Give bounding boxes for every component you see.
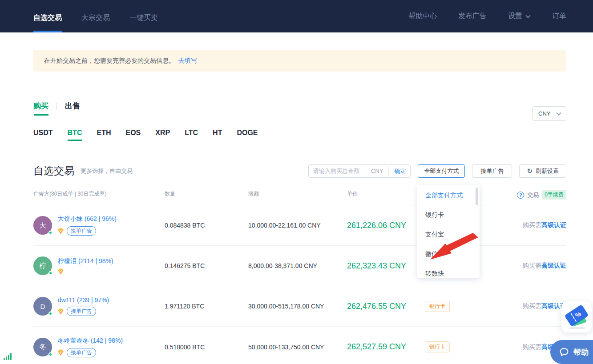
action-prefix: 购买需 <box>523 262 541 269</box>
tab-buy[interactable]: 购买 <box>33 101 48 116</box>
dropdown-option-wechat[interactable]: 微信 <box>417 244 480 264</box>
advertiser-name-link[interactable]: 柠檬泪 (2114 | 98%) <box>58 257 113 265</box>
currency-select[interactable]: CNY <box>532 106 566 121</box>
coin-tab-doge[interactable]: DOGE <box>237 129 258 141</box>
advertiser-name-link[interactable]: dw111 (239 | 97%) <box>58 296 109 304</box>
action-prefix: 购买需 <box>523 302 541 309</box>
settings-label: 设置 <box>508 12 522 21</box>
verified-icon: V <box>58 349 64 356</box>
currency-value: CNY <box>538 110 550 117</box>
nav-link-post-ad[interactable]: 发布广告 <box>458 12 487 21</box>
coin-tabs: USDT BTC ETH EOS XRP LTC HT DOGE <box>33 129 566 141</box>
help-chat-button[interactable]: 帮助 <box>550 340 593 364</box>
advanced-verification-link[interactable]: 高级认证 <box>541 221 566 228</box>
action-prefix: 购买需 <box>523 343 541 350</box>
coin-tab-ltc[interactable]: LTC <box>185 129 198 141</box>
amount-search-group: CNY 确定 <box>308 164 411 178</box>
coin-tab-btc[interactable]: BTC <box>68 129 82 141</box>
question-icon[interactable]: ? <box>517 192 524 199</box>
col-price: 单价 <box>347 190 425 198</box>
amount-currency-label: CNY <box>371 168 383 174</box>
nav-tab-optional-trade[interactable]: 自选交易 <box>33 13 62 32</box>
avatar-initial: 柠 <box>40 262 46 270</box>
price-cell: 261,226.06 CNY <box>347 221 425 230</box>
verified-icon: V <box>58 308 64 315</box>
confirm-button[interactable]: 确定 <box>388 167 406 175</box>
refresh-settings-button[interactable]: ↻ 刷新设置 <box>519 164 566 178</box>
avatar-initial: D <box>40 303 45 310</box>
limit-cell: 8,000.00-38,371.00 CNY <box>248 262 347 269</box>
amount-cell: 0.084838 BTC <box>165 222 248 229</box>
nav-tab-quick-trade[interactable]: 一键买卖 <box>129 13 158 32</box>
nav-tab-bulk-trade[interactable]: 大宗交易 <box>81 13 110 32</box>
coupon-ticket-icon: % <box>565 304 589 327</box>
help-label: 帮助 <box>573 347 589 357</box>
refresh-label: 刷新设置 <box>536 167 559 175</box>
coin-tab-xrp[interactable]: XRP <box>155 129 170 141</box>
payment-method-tag: 银行卡 <box>425 301 450 312</box>
dropdown-option-fps[interactable]: 转数快 <box>417 264 480 278</box>
avatar[interactable]: D <box>33 297 52 316</box>
dropdown-scrollbar[interactable] <box>476 188 478 205</box>
col-limit: 限额 <box>248 190 347 198</box>
advertiser-name-link[interactable]: 大饼小妹 (662 | 96%) <box>58 215 117 223</box>
filter-bar: CNY 确定 全部支付方式 接单广告 ↻ 刷新设置 <box>308 164 566 178</box>
chevron-down-icon <box>556 112 561 116</box>
page-subtitle: 更多选择，自由交易 <box>81 167 133 175</box>
online-dot <box>48 312 52 316</box>
divider <box>56 103 57 110</box>
accept-ad-pill[interactable]: 接单广告 <box>67 348 96 357</box>
top-nav: 自选交易 大宗交易 一键买卖 帮助中心 发布广告 设置 订单 <box>0 0 593 32</box>
signal-bars-icon <box>4 353 12 360</box>
amount-cell: 1.971120 BTC <box>165 303 248 310</box>
avatar[interactable]: 柠 <box>33 256 52 275</box>
advertiser-name-link[interactable]: 冬咚董咚冬 (142 | 98%) <box>58 337 123 345</box>
nav-link-help-center[interactable]: 帮助中心 <box>408 12 437 21</box>
online-dot <box>48 352 52 356</box>
avatar-initial: 大 <box>40 221 46 230</box>
avatar-initial: 冬 <box>40 343 46 351</box>
coin-tab-eos[interactable]: EOS <box>125 129 141 141</box>
verified-icon: V <box>58 268 64 275</box>
nav-link-orders[interactable]: 订单 <box>552 12 566 21</box>
table-row: D dw111 (239 | 97%) V 接单广告 1.971120 BTC … <box>33 286 566 327</box>
action-cell: 购买需高级认证 <box>523 262 566 270</box>
chat-bubble-icon <box>559 347 569 357</box>
dropdown-option-bank-card[interactable]: 银行卡 <box>417 205 480 224</box>
amount-input[interactable] <box>313 168 370 174</box>
amount-cell: 0.146275 BTC <box>165 262 248 269</box>
accept-ad-pill[interactable]: 接单广告 <box>67 307 96 316</box>
dropdown-option-alipay[interactable]: 支付宝 <box>417 224 480 244</box>
avatar[interactable]: 冬 <box>33 338 52 356</box>
coupon-widget[interactable]: % <box>561 301 592 332</box>
percent-symbol: % <box>574 310 582 319</box>
verified-icon: V <box>58 228 64 234</box>
nav-tabs: 自选交易 大宗交易 一键买卖 <box>33 0 158 32</box>
accept-ads-button[interactable]: 接单广告 <box>472 164 512 178</box>
coin-tab-ht[interactable]: HT <box>213 129 222 141</box>
col-amount: 数量 <box>165 190 248 198</box>
nav-link-settings[interactable]: 设置 <box>508 12 531 21</box>
tab-sell[interactable]: 出售 <box>65 101 80 116</box>
online-dot <box>48 231 52 235</box>
coin-tab-usdt[interactable]: USDT <box>33 129 53 141</box>
table-row: 大 大饼小妹 (662 | 96%) V 接单广告 0.084838 BTC 1… <box>33 205 566 246</box>
avatar[interactable]: 大 <box>33 216 52 235</box>
action-prefix: 购买需 <box>523 221 541 228</box>
coin-tab-eth[interactable]: ETH <box>97 129 111 141</box>
limit-cell: 30,000.00-515,178.00 CNY <box>248 303 347 310</box>
table-header: 广告方(30日成单 | 30日完成率) 数量 限额 单价 ? 交易 0手续费 <box>33 190 566 205</box>
amount-cell: 0.510000 BTC <box>165 344 248 351</box>
col-trade: 交易 <box>527 191 539 199</box>
payment-filter-button[interactable]: 全部支付方式 <box>418 164 465 178</box>
fill-info-link[interactable]: 去填写 <box>178 57 197 65</box>
limit-cell: 50,000.00-133,750.00 CNY <box>248 344 347 351</box>
dropdown-option-all[interactable]: 全部支付方式 <box>417 185 480 205</box>
advanced-verification-link[interactable]: 高级认证 <box>541 262 566 269</box>
accept-ad-pill[interactable]: 接单广告 <box>67 226 96 236</box>
limit-cell: 10,000.00-22,161.00 CNY <box>248 222 347 229</box>
refresh-icon: ↻ <box>527 168 532 174</box>
page-title: 自选交易 <box>33 164 74 178</box>
col-advertiser: 广告方(30日成单 | 30日完成率) <box>33 190 165 198</box>
trade-type-row: 购买 出售 CNY <box>33 101 566 116</box>
